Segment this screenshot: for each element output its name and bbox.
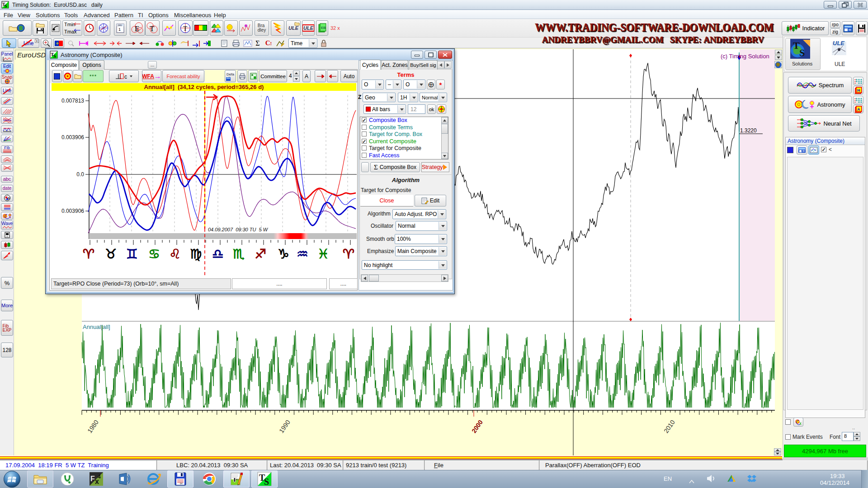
svg-text:H: H bbox=[857, 88, 860, 93]
svg-text:4: 4 bbox=[98, 474, 101, 480]
svg-text:S: S bbox=[264, 477, 269, 487]
svg-text:T: T bbox=[793, 40, 800, 51]
svg-text:S: S bbox=[799, 47, 805, 58]
svg-text:F: F bbox=[90, 475, 95, 483]
svg-text:A: A bbox=[857, 107, 860, 112]
svg-text:64: 64 bbox=[180, 482, 183, 485]
svg-text:c: c bbox=[124, 74, 127, 80]
svg-text:S: S bbox=[53, 53, 56, 59]
svg-text:ULE: ULE bbox=[833, 40, 844, 47]
svg-text:04.09.2007 09:30 TU 5 W: 04.09.2007 09:30 TU 5 W bbox=[208, 227, 269, 232]
